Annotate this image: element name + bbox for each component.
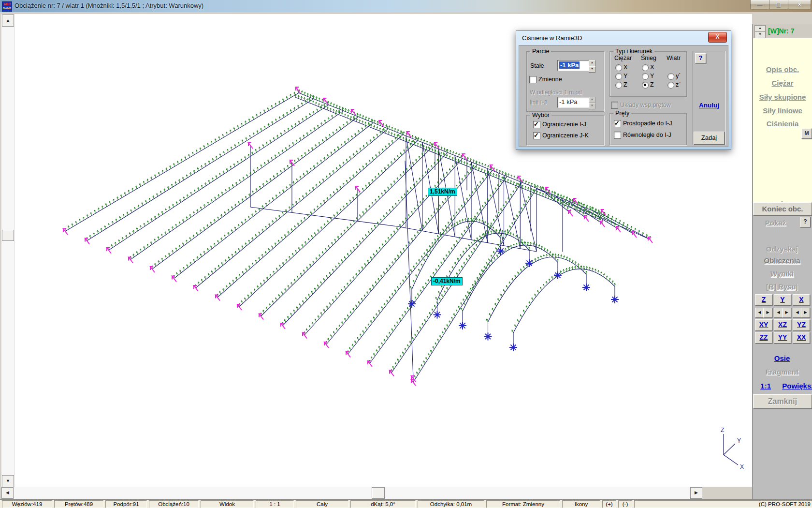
scroll-down-icon: ▼ (6, 478, 10, 483)
scroll-left-button[interactable]: ◀ (1, 487, 14, 499)
view-x-button[interactable]: X (793, 294, 810, 306)
pokaz-link[interactable]: Pokaż (753, 219, 798, 227)
ciezar-y-label: Y (624, 73, 627, 79)
wybor-group: Wybór Ograniczenie I-J Ograniczenie J-K (526, 115, 604, 145)
right-icon: ▶ (785, 310, 788, 314)
maximize-icon: ▢ (776, 1, 781, 7)
menu-cisnienia[interactable]: Ciśnienia (753, 120, 812, 128)
rownolegle-checkbox[interactable] (614, 132, 621, 139)
snieg-column-label: Śnieg (641, 55, 656, 61)
powieksz-link[interactable]: Powiększ (769, 382, 812, 390)
stale-input[interactable]: -1 kPa (557, 60, 590, 71)
spin-up-icon[interactable]: ▲ (589, 60, 595, 66)
svg-text:Y: Y (737, 437, 741, 444)
left-icon: ◀ (758, 310, 761, 314)
wyniki-link[interactable]: Wyniki (753, 269, 812, 278)
snieg-x-radio[interactable] (642, 64, 649, 71)
load-case-number: [W]Nr: 7 (768, 27, 794, 35)
window-title: Obciążenie nr: 7 / wiatr 1 (Mnożniki: 1,… (14, 2, 203, 9)
scroll-up-icon: ▲ (6, 18, 10, 23)
status-view: Widok (201, 500, 254, 508)
prostopadle-checkbox[interactable] (614, 120, 621, 127)
snieg-z-radio[interactable] (642, 82, 649, 89)
horizontal-scroll-thumb[interactable] (372, 487, 385, 499)
status-bar: Węzłów:419 Prętów:489 Podpór:91 Obciążeń… (0, 499, 812, 508)
scale-1-1-link[interactable]: 1:1 (753, 382, 771, 390)
view-y-button[interactable]: Y (774, 294, 791, 306)
m-button[interactable]: M (801, 128, 812, 139)
status-icons: Ikony (562, 500, 600, 508)
minimize-icon: — (757, 1, 763, 7)
ograniczenie-ij-checkbox[interactable] (533, 121, 540, 128)
odzyskaj-link[interactable]: Odzyskaj (753, 245, 812, 253)
anuluj-link[interactable]: Anuluj (693, 102, 725, 109)
stale-spinner[interactable]: ▲▼ (589, 60, 595, 73)
close-button[interactable]: ✕ (788, 0, 811, 10)
view-z-button[interactable]: Z (755, 294, 772, 306)
prostopadle-label: Prostopadłe do I-J (623, 120, 672, 127)
menu-sily-liniowe[interactable]: Siły liniowe (753, 106, 812, 115)
fragment-link[interactable]: Fragment (753, 368, 812, 376)
linii-spinner: ▲▼ (589, 97, 595, 109)
dialog-close-button[interactable]: X (708, 32, 727, 43)
rotate-y-right-button[interactable]: ▶ (782, 308, 791, 318)
snieg-y-radio[interactable] (642, 73, 649, 80)
wiatr-z-radio[interactable] (667, 82, 674, 89)
vertical-scroll-thumb[interactable] (2, 230, 14, 241)
view-yz-button[interactable]: YZ (793, 319, 810, 331)
spin-up-icon: ▲ (589, 97, 595, 103)
rotate-z-right-button[interactable]: ▶ (763, 308, 772, 318)
view-yy-button[interactable]: YY (774, 332, 791, 344)
menu-sily-skupione[interactable]: Siły skupione (753, 93, 812, 101)
parcie-group: Parcie Stałe -1 kPa ▲▼ Zmienne W odległo… (526, 51, 604, 112)
osie-link[interactable]: Osie (753, 354, 812, 362)
scroll-down-button[interactable]: ▼ (2, 475, 14, 487)
stale-label: Stałe (530, 62, 544, 69)
koniec-obc-button[interactable]: Koniec obc. (753, 202, 812, 216)
status-dangle: dKąt: 5,0° (350, 500, 416, 508)
dialog-title: Ciśnienie w Ramie3D (522, 34, 582, 42)
view-xy-button[interactable]: XY (755, 319, 772, 331)
menu-ciezar[interactable]: Ciężar (753, 79, 812, 87)
typ-caption: Typ i kierunek (613, 48, 654, 55)
ciezar-z-radio[interactable] (615, 82, 622, 89)
scroll-up-button[interactable]: ▲ (2, 15, 14, 27)
rotate-x-right-button[interactable]: ▶ (801, 308, 810, 318)
prety-group: Pręty Prostopadłe do I-J Równoległe do I… (609, 113, 687, 145)
menu-opis-obc[interactable]: Opis obc. (753, 65, 812, 74)
view-xz-button[interactable]: XZ (774, 319, 791, 331)
pressure-dialog: Ciśnienie w Ramie3D X Parcie Stałe -1 kP… (516, 30, 731, 150)
status-minus[interactable]: (-) (618, 500, 632, 508)
linii-input[interactable]: -1 kPa (557, 97, 590, 108)
ograniczenie-jk-checkbox[interactable] (533, 132, 540, 139)
ograniczenie-ij-label: Ograniczenie I-J (542, 121, 586, 128)
prety-caption: Pręty (613, 110, 631, 117)
status-plus[interactable]: (+) (602, 500, 616, 508)
zmienne-label: Zmienne (538, 76, 562, 83)
linii-label: linii I-J (530, 99, 547, 106)
maximize-button[interactable]: ▢ (769, 0, 788, 10)
scroll-right-button[interactable]: ▶ (690, 487, 702, 499)
ciezar-y-radio[interactable] (615, 73, 622, 80)
ciezar-column-label: Ciężar (614, 55, 632, 61)
vertical-scrollbar[interactable]: ▲ ▼ (1, 14, 14, 488)
load-case-down-button[interactable]: ▼ (754, 31, 766, 38)
wiatr-y-radio[interactable] (667, 73, 674, 80)
sidebar-help-button[interactable]: ? (800, 217, 811, 227)
load-case-up-button[interactable]: ▲ (754, 25, 766, 32)
svg-text:X: X (740, 463, 744, 470)
view-zz-button[interactable]: ZZ (755, 332, 772, 344)
rysuj-link[interactable]: [R] Rysuj (753, 283, 812, 291)
view-xx-button[interactable]: XX (793, 332, 810, 344)
zmienne-checkbox[interactable] (529, 76, 536, 83)
ciezar-x-radio[interactable] (615, 64, 622, 71)
status-copyright: (C) PRO-SOFT 2019 (634, 500, 812, 508)
obliczenia-link[interactable]: Obliczenia (753, 256, 812, 265)
minimize-button[interactable]: — (750, 0, 769, 10)
zamknij-button[interactable]: Zamknij (753, 394, 812, 409)
spin-down-icon[interactable]: ▼ (589, 66, 595, 73)
horizontal-scrollbar[interactable]: ◀ ▶ (1, 487, 703, 499)
uklady-checkbox (611, 102, 618, 109)
dialog-help-button[interactable]: ? (695, 53, 706, 63)
zadaj-button[interactable]: Zadaj (694, 132, 725, 145)
